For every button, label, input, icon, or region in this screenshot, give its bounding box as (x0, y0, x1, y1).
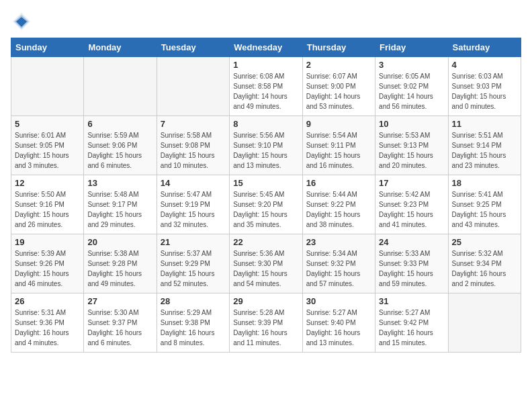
day-number: 15 (233, 178, 298, 188)
day-number: 11 (452, 119, 517, 129)
day-cell: 20Sunrise: 5:38 AMSunset: 9:28 PMDayligh… (84, 234, 157, 293)
day-number: 1 (233, 60, 298, 70)
empty-cell (157, 57, 229, 116)
day-detail: Sunrise: 6:05 AMSunset: 9:02 PMDaylight:… (379, 71, 444, 111)
day-cell: 15Sunrise: 5:45 AMSunset: 9:20 PMDayligh… (230, 175, 302, 234)
day-cell: 26Sunrise: 5:31 AMSunset: 9:36 PMDayligh… (11, 293, 84, 353)
day-number: 26 (15, 296, 80, 306)
weekday-header-friday: Friday (375, 38, 448, 57)
day-cell: 11Sunrise: 5:51 AMSunset: 9:14 PMDayligh… (448, 116, 521, 175)
calendar-week-row: 5Sunrise: 6:01 AMSunset: 9:05 PMDaylight… (11, 116, 521, 175)
day-number: 21 (161, 237, 226, 247)
day-detail: Sunrise: 5:27 AMSunset: 9:40 PMDaylight:… (306, 308, 371, 348)
day-detail: Sunrise: 5:32 AMSunset: 9:34 PMDaylight:… (452, 248, 517, 289)
day-cell: 5Sunrise: 6:01 AMSunset: 9:05 PMDaylight… (11, 116, 84, 175)
day-cell: 18Sunrise: 5:41 AMSunset: 9:25 PMDayligh… (448, 175, 521, 234)
day-detail: Sunrise: 5:42 AMSunset: 9:23 PMDaylight:… (379, 189, 444, 230)
day-cell: 2Sunrise: 6:07 AMSunset: 9:00 PMDaylight… (302, 57, 375, 116)
day-detail: Sunrise: 5:50 AMSunset: 9:16 PMDaylight:… (15, 189, 80, 230)
weekday-header-wednesday: Wednesday (230, 38, 302, 57)
day-detail: Sunrise: 5:36 AMSunset: 9:30 PMDaylight:… (233, 248, 298, 289)
day-cell: 31Sunrise: 5:27 AMSunset: 9:42 PMDayligh… (375, 293, 448, 353)
day-number: 27 (87, 296, 152, 306)
day-cell: 13Sunrise: 5:48 AMSunset: 9:17 PMDayligh… (84, 175, 157, 234)
day-detail: Sunrise: 5:45 AMSunset: 9:20 PMDaylight:… (233, 189, 298, 230)
weekday-header-row: SundayMondayTuesdayWednesdayThursdayFrid… (11, 38, 521, 57)
day-number: 25 (452, 237, 517, 247)
day-number: 20 (87, 237, 152, 247)
day-cell: 25Sunrise: 5:32 AMSunset: 9:34 PMDayligh… (448, 234, 521, 293)
day-cell: 14Sunrise: 5:47 AMSunset: 9:19 PMDayligh… (157, 175, 229, 234)
day-number: 4 (452, 60, 517, 70)
day-cell: 24Sunrise: 5:33 AMSunset: 9:33 PMDayligh… (375, 234, 448, 293)
day-number: 18 (452, 178, 517, 188)
day-cell: 4Sunrise: 6:03 AMSunset: 9:03 PMDaylight… (448, 57, 521, 116)
day-number: 19 (15, 237, 80, 247)
calendar-week-row: 1Sunrise: 6:08 AMSunset: 8:58 PMDaylight… (11, 57, 521, 116)
day-number: 16 (306, 178, 371, 188)
day-number: 17 (379, 178, 444, 188)
day-number: 29 (233, 296, 298, 306)
weekday-header-sunday: Sunday (11, 38, 84, 57)
day-number: 12 (15, 178, 80, 188)
day-cell: 9Sunrise: 5:54 AMSunset: 9:11 PMDaylight… (302, 116, 375, 175)
day-number: 31 (379, 296, 444, 306)
day-detail: Sunrise: 5:51 AMSunset: 9:14 PMDaylight:… (452, 130, 517, 171)
day-detail: Sunrise: 6:01 AMSunset: 9:05 PMDaylight:… (15, 130, 80, 171)
day-detail: Sunrise: 5:33 AMSunset: 9:33 PMDaylight:… (379, 248, 444, 289)
day-detail: Sunrise: 5:28 AMSunset: 9:39 PMDaylight:… (233, 308, 298, 348)
day-detail: Sunrise: 5:56 AMSunset: 9:10 PMDaylight:… (233, 130, 298, 171)
weekday-header-monday: Monday (84, 38, 157, 57)
day-cell: 21Sunrise: 5:37 AMSunset: 9:29 PMDayligh… (157, 234, 229, 293)
day-detail: Sunrise: 5:27 AMSunset: 9:42 PMDaylight:… (379, 308, 444, 348)
day-detail: Sunrise: 5:48 AMSunset: 9:17 PMDaylight:… (87, 189, 152, 230)
day-cell: 16Sunrise: 5:44 AMSunset: 9:22 PMDayligh… (302, 175, 375, 234)
day-detail: Sunrise: 5:58 AMSunset: 9:08 PMDaylight:… (161, 130, 226, 171)
day-detail: Sunrise: 5:53 AMSunset: 9:13 PMDaylight:… (379, 130, 444, 171)
day-cell: 19Sunrise: 5:39 AMSunset: 9:26 PMDayligh… (11, 234, 84, 293)
day-cell: 8Sunrise: 5:56 AMSunset: 9:10 PMDaylight… (230, 116, 302, 175)
day-number: 6 (87, 119, 152, 129)
day-detail: Sunrise: 5:29 AMSunset: 9:38 PMDaylight:… (161, 308, 226, 348)
empty-cell (11, 57, 84, 116)
day-cell: 27Sunrise: 5:30 AMSunset: 9:37 PMDayligh… (84, 293, 157, 353)
day-cell: 22Sunrise: 5:36 AMSunset: 9:30 PMDayligh… (230, 234, 302, 293)
weekday-header-thursday: Thursday (302, 38, 375, 57)
day-number: 5 (15, 119, 80, 129)
day-detail: Sunrise: 5:41 AMSunset: 9:25 PMDaylight:… (452, 189, 517, 230)
day-cell: 10Sunrise: 5:53 AMSunset: 9:13 PMDayligh… (375, 116, 448, 175)
day-number: 9 (306, 119, 371, 129)
day-detail: Sunrise: 5:37 AMSunset: 9:29 PMDaylight:… (161, 248, 226, 289)
empty-cell (84, 57, 157, 116)
logo-icon (11, 11, 32, 32)
day-cell: 3Sunrise: 6:05 AMSunset: 9:02 PMDaylight… (375, 57, 448, 116)
day-number: 14 (161, 178, 226, 188)
day-number: 24 (379, 237, 444, 247)
calendar-week-row: 19Sunrise: 5:39 AMSunset: 9:26 PMDayligh… (11, 234, 521, 293)
day-cell: 1Sunrise: 6:08 AMSunset: 8:58 PMDaylight… (230, 57, 302, 116)
day-cell: 28Sunrise: 5:29 AMSunset: 9:38 PMDayligh… (157, 293, 229, 353)
day-cell: 6Sunrise: 5:59 AMSunset: 9:06 PMDaylight… (84, 116, 157, 175)
day-detail: Sunrise: 5:34 AMSunset: 9:32 PMDaylight:… (306, 248, 371, 289)
calendar-week-row: 12Sunrise: 5:50 AMSunset: 9:16 PMDayligh… (11, 175, 521, 234)
page-header (11, 11, 521, 32)
day-detail: Sunrise: 5:47 AMSunset: 9:19 PMDaylight:… (161, 189, 226, 230)
day-cell: 17Sunrise: 5:42 AMSunset: 9:23 PMDayligh… (375, 175, 448, 234)
empty-cell (448, 293, 521, 353)
day-detail: Sunrise: 6:07 AMSunset: 9:00 PMDaylight:… (306, 71, 371, 111)
day-detail: Sunrise: 5:39 AMSunset: 9:26 PMDaylight:… (15, 248, 80, 289)
day-detail: Sunrise: 5:38 AMSunset: 9:28 PMDaylight:… (87, 248, 152, 289)
day-number: 23 (306, 237, 371, 247)
day-detail: Sunrise: 5:54 AMSunset: 9:11 PMDaylight:… (306, 130, 371, 171)
weekday-header-saturday: Saturday (448, 38, 521, 57)
day-number: 10 (379, 119, 444, 129)
day-cell: 12Sunrise: 5:50 AMSunset: 9:16 PMDayligh… (11, 175, 84, 234)
day-cell: 23Sunrise: 5:34 AMSunset: 9:32 PMDayligh… (302, 234, 375, 293)
day-number: 8 (233, 119, 298, 129)
day-cell: 7Sunrise: 5:58 AMSunset: 9:08 PMDaylight… (157, 116, 229, 175)
day-detail: Sunrise: 5:59 AMSunset: 9:06 PMDaylight:… (87, 130, 152, 171)
day-number: 7 (161, 119, 226, 129)
calendar-table: SundayMondayTuesdayWednesdayThursdayFrid… (11, 38, 521, 353)
day-detail: Sunrise: 5:44 AMSunset: 9:22 PMDaylight:… (306, 189, 371, 230)
calendar-week-row: 26Sunrise: 5:31 AMSunset: 9:36 PMDayligh… (11, 293, 521, 353)
